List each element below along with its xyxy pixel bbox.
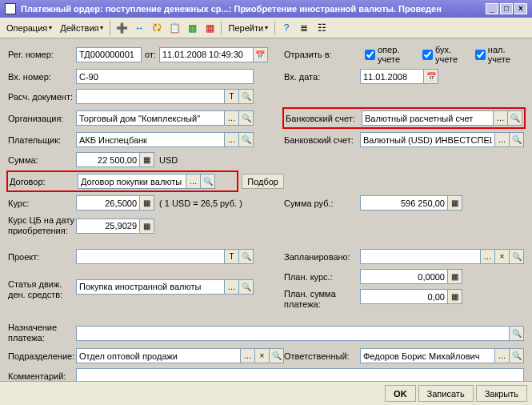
search-icon[interactable]: 🔍 <box>508 110 522 126</box>
bank-acc2-label: Банковский счет: <box>284 135 360 145</box>
search-icon[interactable]: 🔍 <box>510 249 524 264</box>
calc-icon[interactable]: ▦ <box>448 289 462 304</box>
plan-sum-label: План. сумма платежа: <box>284 289 360 310</box>
select-button[interactable]: … <box>225 110 239 126</box>
plan-rate-input[interactable] <box>360 269 448 284</box>
project-label: Проект: <box>8 252 76 262</box>
calc-icon[interactable]: ▦ <box>448 195 462 211</box>
select-button[interactable]: … <box>494 110 508 126</box>
flow-item-label: Статья движ. ден. средств: <box>8 279 76 300</box>
currency-text: USD <box>159 155 178 165</box>
project-input[interactable] <box>76 249 225 264</box>
minimize-button[interactable]: _ <box>486 3 498 14</box>
nal-checkbox[interactable] <box>475 50 486 60</box>
in-date-input[interactable] <box>360 69 424 84</box>
payer-label: Плательщик: <box>8 135 76 145</box>
oper-chk-label: опер. учете <box>378 45 418 64</box>
clear-button[interactable]: × <box>255 348 270 363</box>
calc-icon[interactable]: ▦ <box>140 195 154 211</box>
select-button[interactable]: … <box>481 249 495 264</box>
cb-rate-input[interactable] <box>76 219 140 234</box>
in-no-input[interactable] <box>76 69 254 84</box>
select-button[interactable]: … <box>186 174 201 189</box>
resp-input[interactable] <box>360 348 495 363</box>
bank-acc-input[interactable] <box>362 110 494 126</box>
save-icon[interactable]: ➕ <box>114 20 130 36</box>
planned-input[interactable] <box>360 249 481 264</box>
search-icon[interactable]: 🔍 <box>270 348 284 363</box>
calc-icon[interactable]: ▦ <box>448 269 462 284</box>
select-button[interactable]: Подбор <box>242 174 284 189</box>
calc-icon[interactable]: ▦ <box>140 152 154 167</box>
reg-no-input[interactable] <box>76 47 142 62</box>
oper-checkbox[interactable] <box>365 50 375 60</box>
actions-menu[interactable]: Действия <box>57 22 106 34</box>
search-icon[interactable]: 🔍 <box>239 110 254 126</box>
rate-note: ( 1 USD = 26,5 руб. ) <box>159 198 242 208</box>
calc-icon[interactable]: ▦ <box>140 219 154 234</box>
calc-doc-input[interactable] <box>76 89 225 104</box>
maximize-button[interactable]: □ <box>500 3 513 14</box>
select-button[interactable]: … <box>241 348 255 363</box>
sum-rub-input[interactable] <box>360 195 448 211</box>
unpost-icon[interactable]: ▦ <box>202 20 218 36</box>
plan-sum-input[interactable] <box>360 289 448 304</box>
calc-doc-label: Расч. документ: <box>8 92 76 102</box>
dept-input[interactable] <box>76 348 241 363</box>
nal-chk-label: нал. учете <box>488 45 524 64</box>
cb-rate-label: Курс ЦБ на дату приобретения: <box>8 215 76 236</box>
post-icon[interactable]: ▦ <box>184 20 200 36</box>
calendar-icon[interactable]: 📅 <box>424 69 438 84</box>
purpose-input[interactable] <box>76 326 510 341</box>
select-button[interactable]: … <box>225 132 239 147</box>
flow-item-input[interactable] <box>76 279 225 295</box>
refresh-icon[interactable]: 🗘 <box>149 20 165 36</box>
search-icon[interactable]: 🔍 <box>239 249 254 264</box>
clear-button[interactable]: × <box>495 249 510 264</box>
close-button[interactable]: Закрыть <box>476 385 527 402</box>
bank-acc2-input[interactable] <box>360 132 495 147</box>
reflect-label: Отразить в: <box>284 50 360 59</box>
sum-label: Сумма: <box>8 155 76 165</box>
select-button[interactable]: … <box>495 348 510 363</box>
ok-button[interactable]: OK <box>385 385 416 402</box>
toolbar-separator <box>274 21 275 35</box>
in-date-label: Вх. дата: <box>284 72 360 82</box>
list-icon[interactable]: ≣ <box>296 20 312 36</box>
app-icon <box>5 3 16 14</box>
payer-input[interactable] <box>76 132 225 147</box>
save-button[interactable]: Записать <box>418 385 474 402</box>
navigate-icon[interactable]: ↔ <box>131 20 147 36</box>
search-icon[interactable]: 🔍 <box>239 89 254 104</box>
reg-date-input[interactable] <box>159 47 254 62</box>
calendar-icon[interactable]: 📅 <box>254 47 268 62</box>
close-button[interactable]: × <box>514 3 527 14</box>
org-label: Организация: <box>8 114 76 123</box>
search-icon[interactable]: 🔍 <box>201 174 215 189</box>
select-button[interactable]: … <box>225 279 239 295</box>
from-label: от: <box>145 50 156 59</box>
text-button[interactable]: T <box>225 249 239 264</box>
bottom-bar: OK Записать Закрыть <box>0 381 532 405</box>
report-icon[interactable]: ☷ <box>314 20 330 36</box>
search-icon[interactable]: 🔍 <box>510 326 524 341</box>
help-icon[interactable]: ? <box>278 20 294 36</box>
operation-menu[interactable]: Операция <box>3 22 55 34</box>
sum-rub-label: Сумма руб.: <box>284 198 360 208</box>
contract-input[interactable] <box>78 174 186 189</box>
text-button[interactable]: T <box>225 89 239 104</box>
search-icon[interactable]: 🔍 <box>510 348 524 363</box>
rate-input[interactable] <box>76 195 140 211</box>
org-input[interactable] <box>76 110 225 126</box>
search-icon[interactable]: 🔍 <box>239 279 254 295</box>
toolbar: Операция Действия ➕ ↔ 🗘 📋 ▦ ▦ Перейти ? … <box>0 18 532 38</box>
search-icon[interactable]: 🔍 <box>510 132 524 147</box>
plan-rate-label: План. курс.: <box>284 272 360 282</box>
copy-icon[interactable]: 📋 <box>166 20 182 36</box>
reg-no-label: Рег. номер: <box>8 50 76 59</box>
search-icon[interactable]: 🔍 <box>239 132 254 147</box>
goto-menu[interactable]: Перейти <box>225 22 271 34</box>
buh-checkbox[interactable] <box>422 50 433 60</box>
sum-input[interactable] <box>76 152 140 167</box>
select-button[interactable]: … <box>495 132 510 147</box>
